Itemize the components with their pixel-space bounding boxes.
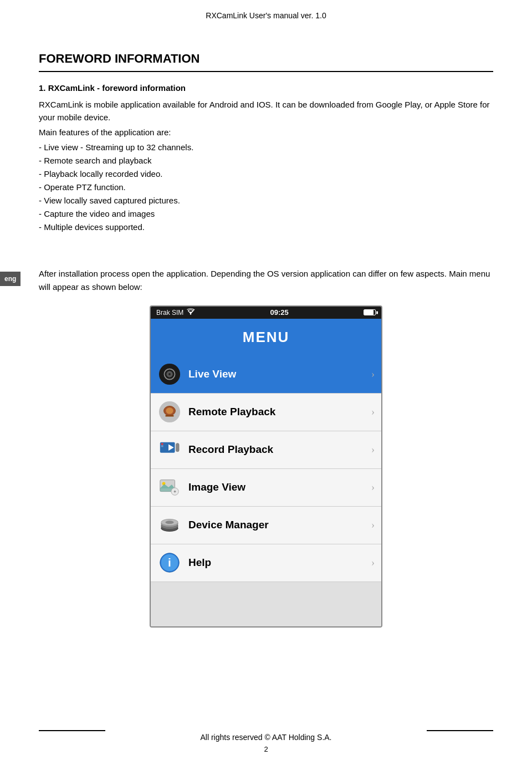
intro-paragraph: RXCamLink is mobile application availabl… <box>39 98 493 124</box>
remote-playback-icon <box>158 400 181 424</box>
page-header: RXCamLink User's manual ver. 1.0 <box>0 0 532 27</box>
record-playback-icon-container <box>151 438 188 461</box>
footer-text: All rights reserved © AAT Holding S.A. <box>0 732 532 743</box>
features-intro: Main features of the application are: <box>39 126 493 139</box>
menu-item-image-view[interactable]: Image View › <box>151 469 381 507</box>
remote-playback-label: Remote Playback <box>188 404 365 420</box>
footer-page-number: 2 <box>0 744 532 755</box>
menu-item-remote-playback[interactable]: Remote Playback › <box>151 394 381 431</box>
record-playback-label: Record Playback <box>188 442 365 458</box>
menu-items: Live View › Remote Playback <box>151 356 381 582</box>
features-list: - Live view - Streaming up to 32 channel… <box>39 141 493 234</box>
menu-item-device-manager[interactable]: Device Manager › <box>151 507 381 544</box>
menu-item-live-view[interactable]: Live View › <box>151 356 381 394</box>
help-icon: i <box>158 551 181 574</box>
live-view-icon-container <box>151 363 188 386</box>
svg-point-25 <box>165 521 173 524</box>
list-item: - Capture the video and images <box>39 207 493 221</box>
footer-line-left <box>39 730 105 731</box>
image-view-chevron: › <box>365 480 381 495</box>
list-item: - Operate PTZ function. <box>39 181 493 194</box>
list-item: - View locally saved captured pictures. <box>39 194 493 207</box>
help-chevron: › <box>365 555 381 570</box>
help-icon-container: i <box>151 551 188 574</box>
main-content: FOREWORD INFORMATION 1. RXCamLink - fore… <box>0 27 532 628</box>
phone-menu-header: MENU <box>151 319 381 356</box>
svg-rect-14 <box>176 443 179 452</box>
list-item: - Remote search and playback <box>39 154 493 167</box>
phone-mockup: Brak SIM 09:25 <box>150 305 382 628</box>
svg-point-0 <box>190 313 191 314</box>
lang-badge: eng <box>0 272 21 286</box>
record-playback-icon <box>158 438 181 461</box>
device-manager-icon <box>158 513 181 537</box>
svg-rect-12 <box>161 446 163 446</box>
help-label: Help <box>188 555 365 571</box>
device-manager-chevron: › <box>365 518 381 533</box>
image-view-icon-container <box>151 476 188 499</box>
svg-rect-13 <box>161 447 163 447</box>
svg-point-7 <box>166 408 173 414</box>
camera-icon <box>158 363 181 386</box>
svg-rect-11 <box>161 443 163 445</box>
subsection-number: 1. <box>39 83 46 93</box>
live-view-label: Live View <box>188 366 365 382</box>
phone-empty-area <box>151 582 381 626</box>
remote-playback-chevron: › <box>365 405 381 420</box>
image-view-icon <box>158 476 181 499</box>
after-install-paragraph: After installation process open the appl… <box>39 267 493 293</box>
list-item: - Playback locally recorded video. <box>39 167 493 181</box>
device-manager-label: Device Manager <box>188 517 365 533</box>
section-title: FOREWORD INFORMATION <box>39 49 493 68</box>
device-manager-icon-container <box>151 513 188 537</box>
record-playback-chevron: › <box>365 442 381 457</box>
section-divider <box>39 71 493 72</box>
carrier-text: Brak SIM <box>156 308 183 318</box>
phone-status-bar: Brak SIM 09:25 <box>151 307 381 319</box>
battery-icon <box>364 309 376 315</box>
wifi-icon <box>186 308 195 318</box>
status-bar-right <box>364 309 376 315</box>
time-display: 09:25 <box>270 307 289 318</box>
svg-point-4 <box>168 373 171 375</box>
subsection-title: 1. RXCamLink - foreword information <box>39 82 493 95</box>
battery-fill <box>364 310 374 315</box>
menu-item-help[interactable]: i Help › <box>151 544 381 582</box>
svg-text:i: i <box>168 556 171 569</box>
phone-container: Brak SIM 09:25 <box>39 305 493 628</box>
subsection-heading: RXCamLink - foreword information <box>48 83 186 93</box>
header-title: RXCamLink User's manual ver. 1.0 <box>206 11 326 20</box>
live-view-chevron: › <box>365 367 381 382</box>
status-bar-left: Brak SIM <box>156 308 195 318</box>
footer-line-right <box>427 730 493 731</box>
svg-rect-8 <box>165 415 173 417</box>
list-item: - Multiple devices supported. <box>39 221 493 234</box>
image-view-label: Image View <box>188 480 365 496</box>
list-item: - Live view - Streaming up to 32 channel… <box>39 141 493 154</box>
remote-playback-icon-container <box>151 400 188 424</box>
menu-item-record-playback[interactable]: Record Playback › <box>151 431 381 469</box>
